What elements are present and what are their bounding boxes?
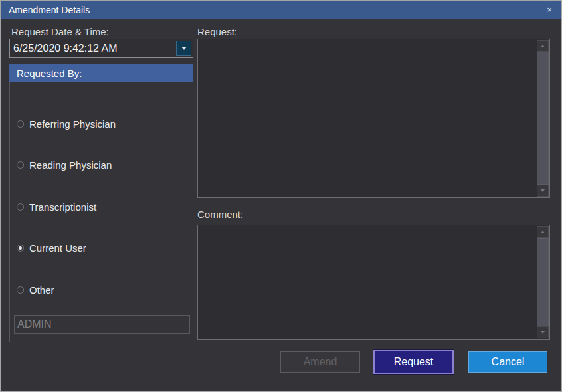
radio-label: Current User [29, 243, 86, 254]
scrollbar-up-icon[interactable] [537, 40, 549, 52]
request-datetime-label: Request Date & Time: [11, 26, 109, 37]
radio-other[interactable]: Other [17, 283, 54, 296]
scrollbar-thumb[interactable] [537, 238, 549, 326]
radio-reading-physician[interactable]: Reading Physician [17, 158, 112, 171]
requested-by-header: Requested By: [9, 64, 193, 82]
comment-scrollbar[interactable] [537, 226, 549, 338]
request-label: Request: [197, 26, 237, 37]
radio-current-user[interactable]: Current User [17, 241, 86, 254]
radio-circle-icon [17, 120, 24, 128]
other-user-input[interactable] [14, 315, 190, 334]
amendment-details-dialog: Amendment Details × Request Date & Time:… [0, 0, 562, 392]
request-datetime-input[interactable] [10, 39, 175, 57]
radio-transcriptionist[interactable]: Transcriptionist [17, 200, 96, 213]
titlebar: Amendment Details × [1, 1, 561, 19]
request-datetime-combobox[interactable] [9, 39, 193, 58]
request-text[interactable] [198, 39, 536, 197]
requested-by-label: Requested By: [9, 68, 82, 79]
radio-label: Transcriptionist [29, 201, 96, 213]
scrollbar-up-icon[interactable] [537, 226, 549, 238]
datetime-dropdown-button[interactable] [176, 41, 191, 56]
request-textarea[interactable] [197, 39, 550, 198]
close-icon[interactable]: × [541, 1, 557, 19]
request-button[interactable]: Request [373, 350, 454, 374]
radio-circle-icon [17, 245, 24, 252]
request-scrollbar[interactable] [537, 40, 549, 197]
radio-circle-icon [17, 203, 24, 211]
comment-text[interactable] [198, 225, 536, 339]
radio-circle-icon [17, 161, 24, 169]
amend-button[interactable]: Amend [280, 351, 360, 373]
radio-circle-icon [17, 286, 24, 294]
radio-label: Referring Physician [29, 118, 116, 130]
dialog-title: Amendment Details [1, 5, 90, 15]
cancel-button[interactable]: Cancel [468, 351, 547, 373]
radio-label: Other [29, 284, 54, 296]
chevron-down-icon [181, 47, 187, 50]
scrollbar-down-icon[interactable] [537, 185, 549, 197]
scrollbar-thumb[interactable] [537, 52, 549, 185]
radio-label: Reading Physician [29, 159, 112, 171]
radio-referring-physician[interactable]: Referring Physician [17, 117, 116, 130]
comment-textarea[interactable] [197, 225, 550, 340]
requested-by-group: Requested By: Referring Physician Readin… [9, 64, 193, 342]
scrollbar-down-icon[interactable] [537, 326, 549, 338]
comment-label: Comment: [197, 209, 243, 220]
